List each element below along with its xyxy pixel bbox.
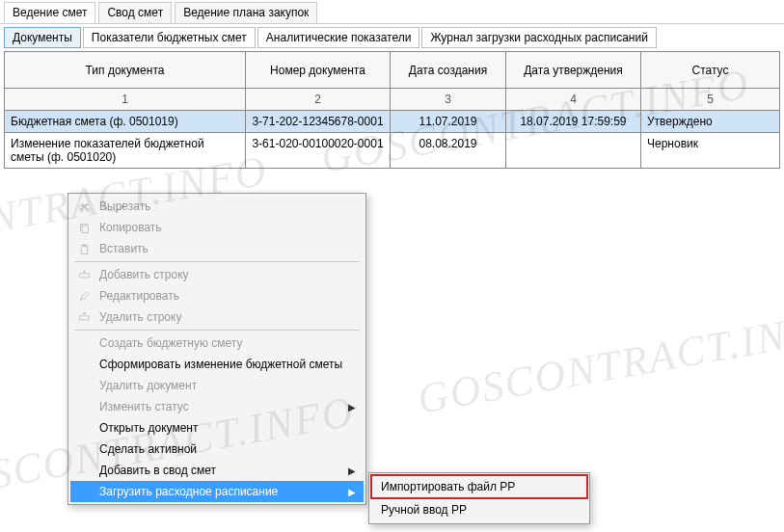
delete-row-icon: [74, 311, 94, 324]
menu-open-doc[interactable]: Открыть документ: [70, 417, 364, 439]
submenu-import-rr[interactable]: Импортировать файл РР: [371, 475, 587, 498]
col-created[interactable]: Дата создания: [391, 52, 506, 89]
colnum-1: 1: [5, 89, 246, 111]
chevron-right-icon: ▶: [342, 466, 356, 476]
menu-label: Открыть документ: [94, 421, 356, 435]
chevron-right-icon: ▶: [342, 487, 356, 497]
col-approved[interactable]: Дата утверждения: [506, 52, 641, 89]
menu-label: Вставить: [94, 242, 356, 255]
menu-separator: [74, 261, 360, 262]
cell-status: Черновик: [641, 133, 780, 169]
paste-icon: [74, 243, 94, 255]
menu-label: Добавить строку: [94, 268, 356, 281]
subtab-documents[interactable]: Документы: [4, 27, 81, 48]
col-number[interactable]: Номер документа: [246, 52, 391, 89]
svg-rect-7: [79, 315, 89, 319]
menu-add-to-svod[interactable]: Добавить в свод смет ▶: [70, 460, 364, 481]
menu-label: Изменить статус: [94, 400, 342, 413]
menu-label: Сделать активной: [94, 442, 356, 456]
svg-rect-5: [82, 244, 85, 246]
column-numbers-row: 1 2 3 4 5: [5, 89, 780, 111]
menu-delete-doc: Удалить документ: [70, 375, 364, 396]
cell-approved: 18.07.2019 17:59:59: [506, 111, 641, 133]
table-row[interactable]: Изменение показателей бюджетной сметы (ф…: [5, 133, 780, 169]
context-menu: Вырезать Копировать Вставить Добавить ст…: [68, 193, 366, 505]
tab-vedenie-plana[interactable]: Ведение плана закупок: [175, 2, 317, 23]
watermark: GOSCONTRACT.INFO: [414, 300, 784, 423]
menu-separator: [74, 330, 360, 331]
subtab-indicators[interactable]: Показатели бюджетных смет: [83, 27, 256, 48]
menu-change-status: Изменить статус ▶: [70, 396, 364, 417]
cell-number: 3-71-202-12345678-0001: [246, 111, 391, 133]
menu-load-rr[interactable]: Загрузить расходное расписание ▶: [70, 481, 364, 502]
cell-status: Утверждено: [641, 111, 780, 133]
menu-make-active[interactable]: Сделать активной: [70, 439, 364, 460]
table-row[interactable]: Бюджетная смета (ф. 0501019) 3-71-202-12…: [5, 111, 780, 133]
top-tabstrip: Ведение смет Свод смет Ведение плана зак…: [0, 0, 784, 23]
subtab-analytic[interactable]: Аналитические показатели: [257, 27, 420, 48]
menu-paste: Вставить: [70, 238, 364, 259]
subtab-journal[interactable]: Журнал загрузки расходных расписаний: [421, 27, 656, 48]
menu-cut: Вырезать: [70, 196, 364, 217]
cell-type: Бюджетная смета (ф. 0501019): [5, 111, 246, 133]
copy-icon: [74, 222, 94, 234]
menu-create-budget: Создать бюджетную смету: [70, 332, 364, 354]
menu-label: Редактировать: [94, 289, 356, 303]
header-row: Тип документа Номер документа Дата созда…: [5, 52, 780, 89]
menu-delete-row: Удалить строку: [70, 306, 364, 328]
submenu-load-rr: Импортировать файл РР Ручной ввод РР: [368, 472, 590, 524]
svg-rect-6: [79, 273, 89, 277]
menu-edit: Редактировать: [70, 285, 364, 306]
svg-rect-3: [82, 226, 89, 232]
colnum-3: 3: [391, 89, 506, 111]
cell-number: 3-61-020-00100020-0001: [246, 133, 391, 169]
colnum-2: 2: [246, 89, 391, 111]
colnum-5: 5: [641, 89, 780, 111]
chevron-right-icon: ▶: [342, 402, 356, 412]
menu-add-row: Добавить строку: [70, 264, 364, 285]
cell-created: 08.08.2019: [391, 133, 506, 169]
cell-created: 11.07.2019: [391, 111, 506, 133]
tab-vedenie-smet[interactable]: Ведение смет: [4, 2, 95, 23]
cut-icon: [74, 200, 94, 213]
submenu-label: Импортировать файл РР: [381, 480, 515, 493]
menu-label: Добавить в свод смет: [94, 464, 342, 477]
col-status[interactable]: Статус: [641, 52, 780, 89]
documents-table: Тип документа Номер документа Дата созда…: [4, 51, 780, 169]
menu-label: Вырезать: [94, 200, 356, 213]
menu-label: Удалить строку: [94, 310, 356, 324]
menu-form-change[interactable]: Сформировать изменение бюджетной сметы: [70, 354, 364, 375]
tab-svod-smet[interactable]: Свод смет: [98, 2, 172, 23]
col-type[interactable]: Тип документа: [5, 52, 246, 89]
menu-label: Удалить документ: [94, 379, 356, 392]
menu-label: Создать бюджетную смету: [94, 336, 356, 350]
submenu-label: Ручной ввод РР: [381, 503, 467, 517]
colnum-4: 4: [506, 89, 641, 111]
sub-tabstrip: Документы Показатели бюджетных смет Анал…: [0, 23, 784, 51]
add-row-icon: [74, 269, 94, 281]
submenu-manual-rr[interactable]: Ручной ввод РР: [371, 498, 587, 521]
cell-approved: [506, 133, 641, 169]
menu-label: Сформировать изменение бюджетной сметы: [94, 358, 356, 371]
menu-copy: Копировать: [70, 217, 364, 238]
cell-type: Изменение показателей бюджетной сметы (ф…: [5, 133, 246, 169]
menu-label: Копировать: [94, 221, 356, 234]
edit-icon: [74, 290, 94, 303]
menu-label: Загрузить расходное расписание: [94, 485, 342, 498]
